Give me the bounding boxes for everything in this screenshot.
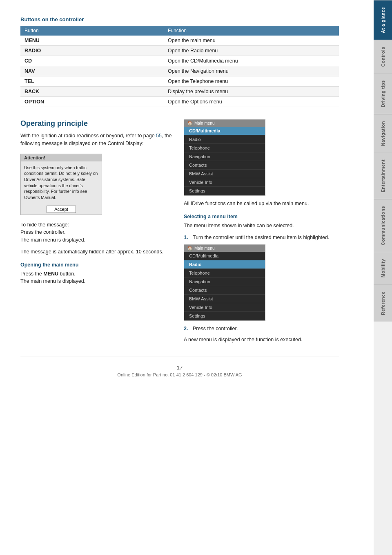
controller-table: Button Function MENUOpen the main menuRA… (20, 26, 339, 107)
sidebar: At a glanceControlsDriving tipsNavigatio… (374, 0, 392, 555)
table-row: CDOpen the CD/Multimedia menu (20, 56, 339, 66)
step-1: 1. Turn the controller until the desired… (184, 234, 339, 242)
menu-body-1: CD/MultimediaRadioTelephoneNavigationCon… (184, 127, 265, 195)
buttons-section-title: Buttons on the controller (20, 16, 339, 22)
sidebar-tab-communications[interactable]: Communications (374, 199, 392, 252)
step-2: 2. Press the controller. (184, 325, 339, 333)
footer-copyright: Online Edition for Part no. 01 41 2 604 … (117, 372, 242, 377)
button-name: MENU (20, 36, 164, 46)
operating-principle-section: Operating principle With the ignition at… (20, 119, 339, 348)
right-column: 🏠 Main menu CD/MultimediaRadioTelephoneN… (184, 119, 339, 348)
button-name: TEL (20, 76, 164, 87)
col2-header: Function (164, 26, 339, 36)
menu-item: Vehicle Info (184, 303, 265, 312)
attention-body: Use this system only when traffic condit… (21, 161, 102, 204)
menu-item: CD/Multimedia (184, 252, 265, 260)
button-name: NAV (20, 66, 164, 76)
page-footer: 17 Online Edition for Part no. 01 41 2 6… (20, 356, 339, 385)
page-link[interactable]: 55 (156, 133, 162, 139)
button-function: Open the Radio menu (164, 46, 339, 56)
table-row: BACKDisplay the previous menu (20, 87, 339, 97)
page-number: 17 (29, 365, 331, 371)
main-menu-screenshot-1: 🏠 Main menu CD/MultimediaRadioTelephoneN… (184, 119, 265, 196)
attention-box: Attention! Use this system only when tra… (20, 154, 102, 215)
menu-item: Contacts (184, 161, 265, 170)
button-function: Open the Options menu (164, 97, 339, 107)
sidebar-tab-controls[interactable]: Controls (374, 40, 392, 73)
menu-item: Settings (184, 312, 265, 320)
menu-bold: MENU (43, 271, 58, 277)
menu-item: Settings (184, 187, 265, 195)
menu-title-1: Main menu (194, 121, 214, 125)
operating-intro: With the ignition at radio readiness or … (20, 132, 176, 148)
sidebar-tab-navigation[interactable]: Navigation (374, 114, 392, 152)
button-function: Open the Telephone menu (164, 76, 339, 87)
menu-body-2: CD/MultimediaRadioTelephoneNavigationCon… (184, 252, 265, 320)
menu-item: Telephone (184, 144, 265, 152)
attention-footer: Accept (21, 204, 102, 215)
button-name: RADIO (20, 46, 164, 56)
menu-item: Telephone (184, 269, 265, 278)
main-menu-screenshot-2: 🏠 Main menu CD/MultimediaRadioTelephoneN… (184, 244, 265, 321)
table-row: RADIOOpen the Radio menu (20, 46, 339, 56)
table-row: NAVOpen the Navigation menu (20, 66, 339, 76)
sidebar-tab-at-a-glance[interactable]: At a glance (374, 0, 392, 40)
menu-header-1: 🏠 Main menu (184, 120, 265, 127)
menu-item: BMW Assist (184, 295, 265, 303)
menu-item: Contacts (184, 286, 265, 295)
button-function: Display the previous menu (164, 87, 339, 97)
sidebar-tab-entertainment[interactable]: Entertainment (374, 152, 392, 199)
steps-list: 1. Turn the controller until the desired… (184, 234, 339, 242)
attention-header: Attention! (21, 154, 102, 161)
selecting-menu-item-text: The menu items shown in white can be sel… (184, 222, 339, 230)
button-name: OPTION (20, 97, 164, 107)
accept-button[interactable]: Accept (47, 206, 76, 213)
menu-item: Radio (184, 260, 265, 269)
sidebar-tab-mobility[interactable]: Mobility (374, 252, 392, 284)
left-column: Operating principle With the ignition at… (20, 119, 176, 348)
menu-icon-1: 🏠 (187, 121, 192, 125)
menu-header-2: 🏠 Main menu (184, 245, 265, 252)
table-row: OPTIONOpen the Options menu (20, 97, 339, 107)
menu-title-2: Main menu (194, 246, 214, 251)
button-name: CD (20, 56, 164, 66)
button-function: Open the CD/Multimedia menu (164, 56, 339, 66)
auto-hide-text: The message is automatically hidden afte… (20, 248, 176, 256)
table-row: MENUOpen the main menu (20, 36, 339, 46)
selecting-menu-item-title: Selecting a menu item (184, 214, 339, 219)
menu-item: Navigation (184, 152, 265, 161)
opening-main-menu-text: Press the MENU button. The main menu is … (20, 270, 176, 286)
hide-message-text: To hide the message: Press the controlle… (20, 221, 176, 244)
steps-list-2: 2. Press the controller. (184, 325, 339, 333)
opening-main-menu-title: Opening the main menu (20, 262, 176, 268)
button-name: BACK (20, 87, 164, 97)
menu-item: Vehicle Info (184, 178, 265, 187)
sidebar-tab-driving-tips[interactable]: Driving tips (374, 73, 392, 114)
menu-item: Radio (184, 135, 265, 144)
menu-item: Navigation (184, 278, 265, 286)
menu-icon-2: 🏠 (187, 246, 192, 251)
operating-title: Operating principle (20, 119, 176, 128)
step2-result: A new menu is displayed or the function … (184, 336, 339, 344)
button-function: Open the main menu (164, 36, 339, 46)
menu-item: BMW Assist (184, 170, 265, 178)
all-functions-text: All iDrive functions can be called up vi… (184, 200, 339, 208)
table-row: TELOpen the Telephone menu (20, 76, 339, 87)
menu-item: CD/Multimedia (184, 127, 265, 135)
col1-header: Button (20, 26, 164, 36)
sidebar-tab-reference[interactable]: Reference (374, 284, 392, 322)
button-function: Open the Navigation menu (164, 66, 339, 76)
buttons-section: Buttons on the controller Button Functio… (20, 16, 339, 107)
